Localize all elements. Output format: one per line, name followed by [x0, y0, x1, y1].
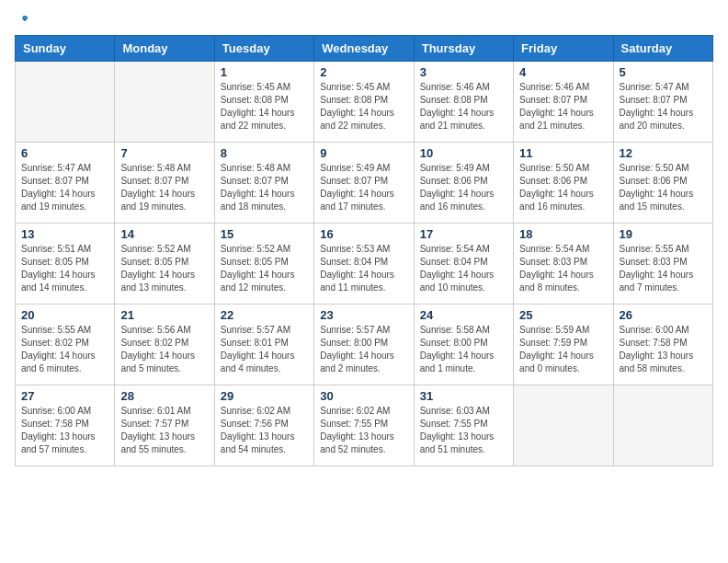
calendar-cell: [115, 62, 214, 143]
day-info: Sunrise: 5:54 AM Sunset: 8:04 PM Dayligh…: [420, 243, 507, 294]
day-number: 10: [420, 146, 507, 160]
day-info: Sunrise: 5:52 AM Sunset: 8:05 PM Dayligh…: [221, 243, 308, 294]
calendar-cell: 14Sunrise: 5:52 AM Sunset: 8:05 PM Dayli…: [115, 224, 214, 304]
calendar-cell: 9Sunrise: 5:49 AM Sunset: 8:07 PM Daylig…: [314, 143, 414, 224]
day-info: Sunrise: 5:49 AM Sunset: 8:07 PM Dayligh…: [320, 162, 407, 213]
day-info: Sunrise: 5:46 AM Sunset: 8:08 PM Dayligh…: [420, 81, 507, 132]
calendar-cell: 28Sunrise: 6:01 AM Sunset: 7:57 PM Dayli…: [115, 385, 214, 466]
day-number: 24: [420, 308, 507, 322]
calendar-cell: 3Sunrise: 5:46 AM Sunset: 8:08 PM Daylig…: [414, 62, 513, 143]
day-number: 22: [221, 308, 308, 322]
day-info: Sunrise: 5:48 AM Sunset: 8:07 PM Dayligh…: [221, 162, 308, 213]
day-info: Sunrise: 6:00 AM Sunset: 7:58 PM Dayligh…: [620, 324, 707, 375]
calendar-cell: 2Sunrise: 5:45 AM Sunset: 8:08 PM Daylig…: [314, 62, 414, 143]
day-info: Sunrise: 5:49 AM Sunset: 8:06 PM Dayligh…: [420, 162, 507, 213]
day-number: 26: [620, 308, 707, 322]
calendar-table: SundayMondayTuesdayWednesdayThursdayFrid…: [15, 35, 713, 466]
calendar-cell: 21Sunrise: 5:56 AM Sunset: 8:02 PM Dayli…: [115, 304, 214, 385]
header-sunday: Sunday: [16, 36, 115, 62]
calendar-cell: 10Sunrise: 5:49 AM Sunset: 8:06 PM Dayli…: [414, 143, 513, 224]
day-number: 31: [420, 389, 507, 403]
day-info: Sunrise: 5:50 AM Sunset: 8:06 PM Dayligh…: [519, 162, 607, 213]
day-info: Sunrise: 5:45 AM Sunset: 8:08 PM Dayligh…: [221, 81, 308, 132]
day-info: Sunrise: 6:03 AM Sunset: 7:55 PM Dayligh…: [420, 405, 507, 456]
calendar-cell: [613, 385, 712, 466]
day-info: Sunrise: 5:54 AM Sunset: 8:03 PM Dayligh…: [519, 243, 607, 294]
day-number: 4: [519, 65, 607, 79]
calendar-cell: 11Sunrise: 5:50 AM Sunset: 8:06 PM Dayli…: [514, 143, 613, 224]
header-friday: Friday: [514, 36, 613, 62]
calendar-cell: 27Sunrise: 6:00 AM Sunset: 7:58 PM Dayli…: [16, 385, 115, 466]
calendar-cell: 19Sunrise: 5:55 AM Sunset: 8:03 PM Dayli…: [613, 224, 712, 304]
day-number: 11: [519, 146, 607, 160]
day-info: Sunrise: 5:51 AM Sunset: 8:05 PM Dayligh…: [21, 243, 108, 294]
calendar-week-row: 27Sunrise: 6:00 AM Sunset: 7:58 PM Dayli…: [16, 385, 713, 466]
day-number: 14: [120, 227, 208, 241]
day-info: Sunrise: 5:57 AM Sunset: 8:00 PM Dayligh…: [320, 324, 407, 375]
calendar-cell: 1Sunrise: 5:45 AM Sunset: 8:08 PM Daylig…: [214, 62, 313, 143]
header-wednesday: Wednesday: [314, 36, 414, 62]
day-number: 17: [420, 227, 507, 241]
day-number: 13: [21, 227, 108, 241]
day-number: 25: [519, 308, 607, 322]
calendar-cell: 16Sunrise: 5:53 AM Sunset: 8:04 PM Dayli…: [314, 224, 414, 304]
header-monday: Monday: [115, 36, 214, 62]
day-info: Sunrise: 6:02 AM Sunset: 7:56 PM Dayligh…: [221, 405, 308, 456]
day-info: Sunrise: 5:45 AM Sunset: 8:08 PM Dayligh…: [320, 81, 407, 132]
calendar-header-row: SundayMondayTuesdayWednesdayThursdayFrid…: [16, 36, 713, 62]
calendar-cell: 18Sunrise: 5:54 AM Sunset: 8:03 PM Dayli…: [514, 224, 613, 304]
calendar-cell: 5Sunrise: 5:47 AM Sunset: 8:07 PM Daylig…: [613, 62, 712, 143]
day-number: 16: [320, 227, 407, 241]
calendar-cell: 8Sunrise: 5:48 AM Sunset: 8:07 PM Daylig…: [214, 143, 313, 224]
day-number: 5: [620, 65, 707, 79]
day-info: Sunrise: 5:53 AM Sunset: 8:04 PM Dayligh…: [320, 243, 407, 294]
day-info: Sunrise: 5:56 AM Sunset: 8:02 PM Dayligh…: [120, 324, 208, 375]
day-number: 9: [320, 146, 407, 160]
day-number: 29: [221, 389, 308, 403]
day-info: Sunrise: 6:01 AM Sunset: 7:57 PM Dayligh…: [120, 405, 208, 456]
day-number: 3: [420, 65, 507, 79]
calendar-cell: 24Sunrise: 5:58 AM Sunset: 8:00 PM Dayli…: [414, 304, 513, 385]
calendar-cell: [16, 62, 115, 143]
day-info: Sunrise: 5:46 AM Sunset: 8:07 PM Dayligh…: [519, 81, 607, 132]
day-number: 2: [320, 65, 407, 79]
day-number: 19: [620, 227, 707, 241]
day-info: Sunrise: 5:55 AM Sunset: 8:02 PM Dayligh…: [21, 324, 108, 375]
day-number: 27: [21, 389, 108, 403]
calendar-week-row: 1Sunrise: 5:45 AM Sunset: 8:08 PM Daylig…: [16, 62, 713, 143]
calendar-cell: 23Sunrise: 5:57 AM Sunset: 8:00 PM Dayli…: [314, 304, 414, 385]
day-info: Sunrise: 5:55 AM Sunset: 8:03 PM Dayligh…: [620, 243, 707, 294]
day-number: 20: [21, 308, 108, 322]
calendar-cell: 6Sunrise: 5:47 AM Sunset: 8:07 PM Daylig…: [16, 143, 115, 224]
header-tuesday: Tuesday: [214, 36, 313, 62]
day-number: 6: [21, 146, 108, 160]
page-header: [15, 15, 713, 28]
day-info: Sunrise: 6:00 AM Sunset: 7:58 PM Dayligh…: [21, 405, 108, 456]
day-number: 23: [320, 308, 407, 322]
calendar-cell: 12Sunrise: 5:50 AM Sunset: 8:06 PM Dayli…: [613, 143, 712, 224]
calendar-cell: 15Sunrise: 5:52 AM Sunset: 8:05 PM Dayli…: [214, 224, 313, 304]
header-thursday: Thursday: [414, 36, 513, 62]
calendar-week-row: 20Sunrise: 5:55 AM Sunset: 8:02 PM Dayli…: [16, 304, 713, 385]
day-number: 1: [221, 65, 308, 79]
day-info: Sunrise: 6:02 AM Sunset: 7:55 PM Dayligh…: [320, 405, 407, 456]
day-number: 8: [221, 146, 308, 160]
day-info: Sunrise: 5:57 AM Sunset: 8:01 PM Dayligh…: [221, 324, 308, 375]
logo: [15, 15, 29, 28]
calendar-cell: 13Sunrise: 5:51 AM Sunset: 8:05 PM Dayli…: [16, 224, 115, 304]
calendar-week-row: 13Sunrise: 5:51 AM Sunset: 8:05 PM Dayli…: [16, 224, 713, 304]
calendar-cell: 22Sunrise: 5:57 AM Sunset: 8:01 PM Dayli…: [214, 304, 313, 385]
day-number: 12: [620, 146, 707, 160]
calendar-cell: 30Sunrise: 6:02 AM Sunset: 7:55 PM Dayli…: [314, 385, 414, 466]
day-number: 18: [519, 227, 607, 241]
day-info: Sunrise: 5:59 AM Sunset: 7:59 PM Dayligh…: [519, 324, 607, 375]
day-number: 28: [120, 389, 208, 403]
calendar-week-row: 6Sunrise: 5:47 AM Sunset: 8:07 PM Daylig…: [16, 143, 713, 224]
day-info: Sunrise: 5:50 AM Sunset: 8:06 PM Dayligh…: [620, 162, 707, 213]
calendar-cell: [514, 385, 613, 466]
day-number: 21: [120, 308, 208, 322]
calendar-cell: 25Sunrise: 5:59 AM Sunset: 7:59 PM Dayli…: [514, 304, 613, 385]
logo-bird-icon: [17, 15, 29, 28]
calendar-cell: 26Sunrise: 6:00 AM Sunset: 7:58 PM Dayli…: [613, 304, 712, 385]
day-info: Sunrise: 5:58 AM Sunset: 8:00 PM Dayligh…: [420, 324, 507, 375]
